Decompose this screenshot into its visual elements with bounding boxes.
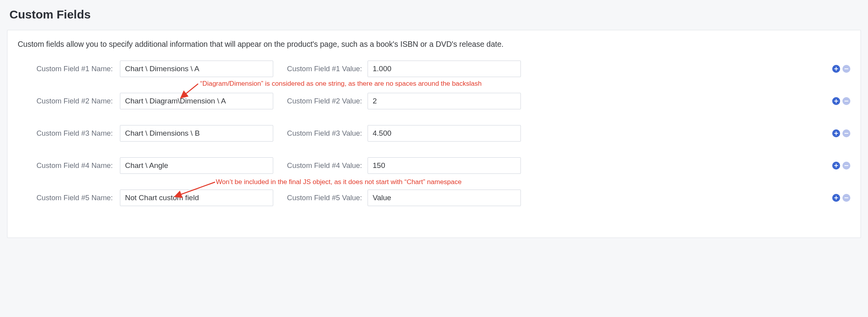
field-value-input[interactable] (368, 61, 521, 77)
plus-icon (834, 195, 839, 200)
plus-icon (834, 66, 839, 71)
field-value-input[interactable] (368, 93, 521, 109)
field-name-label: Custom Field #2 Name: (18, 97, 120, 105)
field-name-input[interactable] (120, 190, 273, 206)
annotation-text: Won’t be included in the final JS object… (216, 178, 462, 186)
field-value-label: Custom Field #5 Value: (285, 194, 368, 202)
row-actions (832, 162, 850, 170)
custom-field-row: Custom Field #3 Name: Custom Field #3 Va… (18, 125, 850, 142)
field-name-input[interactable] (120, 125, 273, 142)
field-value-input[interactable] (368, 157, 521, 174)
field-name-input[interactable] (120, 61, 273, 77)
add-field-button[interactable] (832, 194, 840, 202)
remove-field-button[interactable] (842, 129, 850, 137)
plus-icon (834, 131, 839, 136)
row-actions (832, 65, 850, 73)
custom-field-row: Custom Field #5 Name: Custom Field #5 Va… (18, 190, 850, 206)
add-field-button[interactable] (832, 129, 840, 137)
field-value-input[interactable] (368, 190, 521, 206)
minus-icon (844, 163, 849, 168)
remove-field-button[interactable] (842, 97, 850, 105)
remove-field-button[interactable] (842, 194, 850, 202)
row-actions (832, 97, 850, 105)
plus-icon (834, 163, 839, 168)
row-actions (832, 194, 850, 202)
plus-icon (834, 99, 839, 103)
custom-field-row: Custom Field #4 Name: Custom Field #4 Va… (18, 157, 850, 174)
remove-field-button[interactable] (842, 162, 850, 170)
field-value-label: Custom Field #4 Value: (285, 161, 368, 170)
custom-fields-panel: Custom fields allow you to specify addit… (7, 30, 861, 238)
custom-field-row: Custom Field #2 Name: Custom Field #2 Va… (18, 93, 850, 109)
custom-field-row: Custom Field #1 Name: Custom Field #1 Va… (18, 61, 850, 77)
minus-icon (844, 66, 849, 71)
field-value-label: Custom Field #2 Value: (285, 97, 368, 105)
remove-field-button[interactable] (842, 65, 850, 73)
page-title: Custom Fields (9, 8, 861, 21)
add-field-button[interactable] (832, 65, 840, 73)
row-actions (832, 129, 850, 137)
add-field-button[interactable] (832, 162, 840, 170)
field-value-input[interactable] (368, 125, 521, 142)
minus-icon (844, 131, 849, 136)
annotation-text: “Diagram/Dimension” is considered as one… (200, 80, 482, 88)
panel-description: Custom fields allow you to specify addit… (18, 40, 850, 49)
field-name-input[interactable] (120, 157, 273, 174)
field-value-label: Custom Field #3 Value: (285, 129, 368, 138)
field-name-label: Custom Field #3 Name: (18, 129, 120, 138)
field-value-label: Custom Field #1 Value: (285, 65, 368, 73)
field-name-label: Custom Field #5 Name: (18, 194, 120, 202)
field-name-label: Custom Field #4 Name: (18, 161, 120, 170)
field-name-input[interactable] (120, 93, 273, 109)
field-name-label: Custom Field #1 Name: (18, 65, 120, 73)
minus-icon (844, 195, 849, 200)
add-field-button[interactable] (832, 97, 840, 105)
minus-icon (844, 99, 849, 103)
